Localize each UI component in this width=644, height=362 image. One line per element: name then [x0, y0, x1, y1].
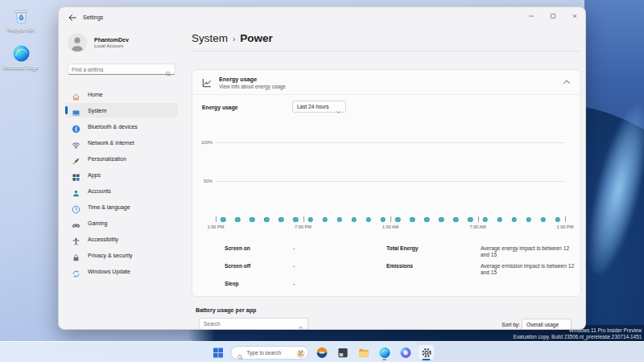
sidebar-item-system[interactable]: System: [65, 103, 178, 117]
user-account-type: Local Account: [94, 43, 129, 48]
network-icon: [72, 138, 80, 147]
edge-icon: [378, 347, 390, 359]
recycle-bin-icon: [12, 6, 31, 25]
breadcrumb-system[interactable]: System: [192, 32, 228, 44]
taskbar-center: Type to search: [210, 342, 435, 362]
sidebar-item-apps[interactable]: Apps: [65, 167, 178, 182]
sidebar-item-windows-update[interactable]: Windows Update: [65, 264, 178, 278]
time-range-dropdown[interactable]: Last 24 hours: [292, 101, 346, 113]
personalization-icon: [72, 154, 80, 163]
time-range-value: Last 24 hours: [297, 104, 328, 109]
sidebar-item-personalization[interactable]: Personalization: [65, 151, 178, 166]
windows-update-icon: [72, 267, 80, 276]
data-point: [497, 217, 502, 223]
watermark-line2: Evaluation copy. Build 23506.ni_prerelea…: [513, 334, 642, 340]
data-point: [555, 217, 561, 223]
gear-icon: [420, 347, 432, 359]
data-point: [395, 217, 401, 223]
sidebar-item-network-internet[interactable]: Network & internet: [65, 135, 178, 150]
sidebar-item-gaming[interactable]: Gaming: [65, 216, 178, 230]
data-point: [468, 217, 473, 223]
taskbar-app-featured-app[interactable]: [314, 344, 330, 360]
data-point: [322, 217, 328, 223]
data-point: [482, 217, 488, 223]
battery-search-input[interactable]: [200, 321, 298, 327]
data-point: [308, 217, 313, 223]
folder-icon: [357, 347, 369, 359]
sidebar-item-label: Bluetooth & devices: [88, 124, 138, 130]
data-point: [221, 217, 226, 223]
data-point: [526, 217, 532, 223]
energy-usage-chart: 100% 50% 1:00 PM7:00 PM1:00 AM7:00 AM1:0…: [216, 142, 565, 220]
energy-usage-label: Energy usage: [202, 105, 238, 110]
sidebar-item-accessibility[interactable]: Accessibility: [65, 232, 178, 246]
collapse-card-button[interactable]: [562, 77, 572, 87]
sidebar-item-label: Accounts: [88, 188, 111, 194]
data-point: [439, 217, 444, 223]
desktop-icon-label: Microsoft Edge: [3, 64, 38, 71]
dark-square-icon: [336, 347, 349, 359]
data-point: [410, 217, 415, 223]
evaluation-watermark: Windows 11 Pro Insider Preview Evaluatio…: [513, 327, 642, 339]
window-title: Settings: [83, 14, 103, 20]
sidebar-item-label: Personalization: [88, 156, 126, 162]
sidebar-item-accounts[interactable]: Accounts: [65, 183, 178, 198]
taskbar-app-file-explorer[interactable]: [356, 344, 372, 360]
sidebar-item-home[interactable]: Home: [65, 87, 178, 101]
sidebar-item-bluetooth-devices[interactable]: Bluetooth & devices: [65, 119, 178, 134]
bing-daily-icon: [296, 348, 306, 357]
taskbar-app-pictures-app[interactable]: [335, 344, 351, 360]
desktop-icons: Recycle Bin Microsoft Edge: [2, 6, 40, 70]
sidebar-item-label: Apps: [88, 172, 101, 178]
data-point: [293, 217, 299, 223]
privacy-icon: [72, 251, 80, 260]
data-point: [336, 217, 342, 223]
tick-mark: [216, 216, 217, 222]
watermark-line1: Windows 11 Pro Insider Preview: [513, 327, 642, 334]
battery-usage-title: Battery usage per app: [196, 306, 257, 314]
y-axis-label-50: 50%: [193, 179, 213, 183]
start-button[interactable]: [210, 344, 226, 360]
x-tick-label: 1:00 PM: [557, 224, 574, 229]
sidebar-item-time-language[interactable]: Time & language: [65, 200, 178, 214]
settings-search-input[interactable]: [68, 67, 165, 72]
data-point: [235, 217, 241, 223]
settings-search-box[interactable]: [68, 64, 175, 75]
sidebar-item-privacy-security[interactable]: Privacy & security: [65, 248, 178, 262]
taskbar-search[interactable]: Type to search: [231, 346, 309, 360]
taskbar-app-copilot[interactable]: [398, 344, 414, 360]
screen-on-value: -: [293, 245, 295, 251]
taskbar-app-settings[interactable]: [419, 344, 435, 360]
orange-blue-circle-icon: [316, 347, 328, 359]
data-point: [453, 217, 459, 223]
back-arrow-icon: [68, 13, 77, 25]
home-icon: [72, 90, 80, 99]
desktop-icon-microsoft-edge[interactable]: Microsoft Edge: [2, 44, 40, 71]
desktop-icon-recycle-bin[interactable]: Recycle Bin: [2, 6, 40, 33]
taskbar-app-edge[interactable]: [377, 344, 393, 360]
gaming-icon: [72, 219, 80, 228]
y-axis-label-100: 100%: [193, 140, 213, 145]
total-energy-label: Total Energy: [386, 245, 418, 251]
main-content: System › Power Energy usage View info ab…: [192, 7, 584, 330]
windows-start-icon: [212, 347, 224, 359]
emissions-value: Average emission impact is between 12 an…: [481, 263, 576, 277]
chart-dots: [216, 142, 565, 220]
time-language-icon: [72, 203, 80, 212]
system-icon: [72, 106, 80, 115]
energy-chart-icon: [201, 77, 213, 88]
data-point: [381, 217, 386, 223]
card-divider: [192, 94, 580, 95]
desktop: Recycle Bin Microsoft Edge Windows 11 Pr…: [0, 0, 644, 362]
apps-icon: [72, 171, 80, 179]
energy-card-subtitle: View info about energy usage: [219, 84, 286, 89]
x-tick-label: 1:00 PM: [208, 224, 225, 229]
sidebar-item-label: Network & internet: [88, 140, 134, 146]
taskbar-search-placeholder: Type to search: [247, 350, 296, 356]
tick-mark: [565, 216, 566, 222]
back-button[interactable]: [68, 13, 77, 23]
battery-search-box[interactable]: [199, 318, 308, 330]
user-account[interactable]: PhantomDev Local Account: [68, 33, 129, 52]
breadcrumb: System › Power: [192, 32, 273, 44]
search-icon: [165, 66, 171, 72]
